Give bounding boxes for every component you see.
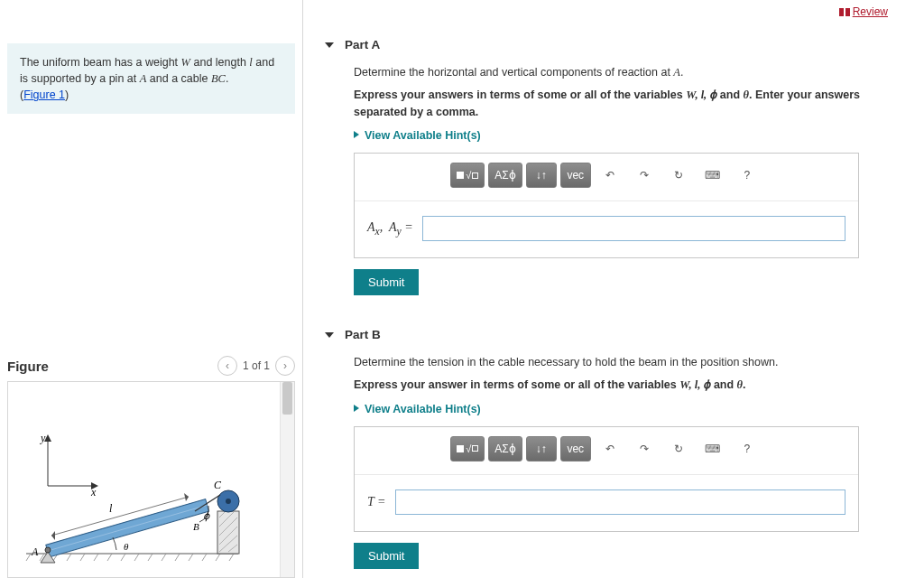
- figure-counter: 1 of 1: [243, 359, 270, 372]
- problem-text: and a cable: [146, 72, 211, 85]
- help-button[interactable]: ?: [732, 436, 762, 461]
- figure-link[interactable]: Figure 1: [23, 89, 65, 101]
- svg-rect-36: [845, 8, 850, 16]
- caret-down-icon: [325, 42, 334, 48]
- help-button[interactable]: ?: [732, 163, 762, 188]
- caret-down-icon: [325, 332, 334, 338]
- keyboard-button[interactable]: ⌨: [698, 436, 728, 461]
- greek-button[interactable]: ΑΣϕ: [488, 163, 522, 188]
- part-a-hints-toggle[interactable]: View Available Hint(s): [354, 129, 897, 142]
- var-BC: BC: [211, 72, 226, 85]
- axis-y-label: y: [40, 432, 46, 444]
- equation-toolbar: √ ΑΣϕ ↓↑ vec ↶ ↷ ↻ ⌨ ?: [355, 427, 858, 475]
- reset-button[interactable]: ↻: [663, 163, 694, 188]
- part-a-submit-button[interactable]: Submit: [354, 269, 419, 295]
- redo-button[interactable]: ↷: [629, 436, 660, 461]
- figure-prev-button[interactable]: ‹: [217, 356, 237, 376]
- keyboard-button[interactable]: ⌨: [698, 163, 728, 188]
- equation-toolbar: √ ΑΣϕ ↓↑ vec ↶ ↷ ↻ ⌨ ?: [355, 154, 858, 201]
- problem-text: and length: [190, 56, 249, 69]
- svg-line-4: [80, 554, 85, 561]
- part-b-answer-box: √ ΑΣϕ ↓↑ vec ↶ ↷ ↻ ⌨ ? T =: [354, 426, 859, 532]
- part-b-submit-button[interactable]: Submit: [354, 543, 419, 569]
- svg-line-13: [202, 554, 207, 561]
- templates-button[interactable]: √: [450, 163, 485, 188]
- svg-line-12: [189, 554, 193, 561]
- triangle-right-icon: [354, 405, 359, 412]
- subsup-button[interactable]: ↓↑: [526, 163, 557, 188]
- part-a-answer-label: Ax, Ay =: [367, 220, 413, 238]
- triangle-right-icon: [354, 131, 359, 138]
- svg-line-7: [121, 554, 125, 561]
- axis-x-label: x: [90, 486, 97, 499]
- svg-line-11: [175, 554, 180, 561]
- undo-button[interactable]: ↶: [595, 436, 625, 461]
- templates-button[interactable]: √: [450, 436, 485, 461]
- svg-rect-35: [839, 8, 844, 16]
- figure-scrollbar[interactable]: [280, 382, 294, 577]
- part-b-prompt: Determine the tension in the cable neces…: [354, 354, 897, 371]
- svg-line-9: [148, 554, 152, 561]
- svg-line-15: [229, 554, 234, 561]
- angle-theta-label: θ: [124, 541, 129, 552]
- figure-title: Figure: [7, 359, 49, 374]
- problem-text: The uniform beam has a weight: [20, 56, 181, 69]
- problem-statement: The uniform beam has a weight W and leng…: [7, 43, 295, 114]
- reset-button[interactable]: ↻: [663, 436, 694, 461]
- part-a-title: Part A: [345, 38, 380, 51]
- point-C-label: C: [214, 479, 222, 491]
- part-b-title: Part B: [345, 328, 381, 341]
- vec-button[interactable]: vec: [560, 163, 591, 188]
- redo-button[interactable]: ↷: [629, 163, 660, 188]
- part-a-instructions: Express your answers in terms of some or…: [354, 87, 897, 121]
- part-a-answer-box: √ ΑΣϕ ↓↑ vec ↶ ↷ ↻ ⌨ ? Ax, Ay =: [354, 153, 859, 258]
- subsup-button[interactable]: ↓↑: [526, 436, 557, 461]
- undo-button[interactable]: ↶: [595, 163, 625, 188]
- flag-icon: [839, 8, 850, 17]
- svg-line-14: [216, 554, 220, 561]
- part-a: Part A Determine the horizontal and vert…: [325, 38, 897, 295]
- length-label: l: [109, 502, 113, 515]
- svg-line-6: [107, 554, 112, 561]
- part-b-answer-input[interactable]: [395, 489, 846, 515]
- var-W: W: [181, 56, 190, 69]
- svg-point-28: [45, 547, 51, 553]
- part-a-header[interactable]: Part A: [325, 38, 897, 51]
- part-b-hints-toggle[interactable]: View Available Hint(s): [354, 403, 897, 415]
- angle-phi-label: ϕ: [203, 510, 210, 522]
- svg-line-3: [67, 554, 71, 561]
- part-b-instructions: Express your answer in terms of some or …: [354, 377, 897, 394]
- greek-button[interactable]: ΑΣϕ: [488, 436, 522, 461]
- problem-text: .: [226, 72, 228, 85]
- part-a-prompt: Determine the horizontal and vertical co…: [354, 64, 897, 81]
- part-a-answer-input[interactable]: [422, 216, 845, 241]
- figure-canvas: y x l A B C θ ϕ: [7, 381, 295, 578]
- part-b-header[interactable]: Part B: [325, 328, 897, 341]
- point-B-label: B: [193, 521, 199, 532]
- part-b: Part B Determine the tension in the cabl…: [325, 328, 897, 569]
- part-b-answer-label: T =: [367, 495, 386, 509]
- review-link[interactable]: Review: [839, 5, 888, 18]
- svg-line-10: [162, 554, 166, 561]
- svg-line-5: [94, 554, 98, 561]
- svg-line-0: [26, 554, 31, 561]
- figure-next-button[interactable]: ›: [275, 356, 295, 376]
- svg-point-24: [226, 499, 231, 504]
- point-A-label: A: [31, 545, 39, 558]
- svg-line-8: [134, 554, 139, 561]
- vec-button[interactable]: vec: [560, 436, 591, 461]
